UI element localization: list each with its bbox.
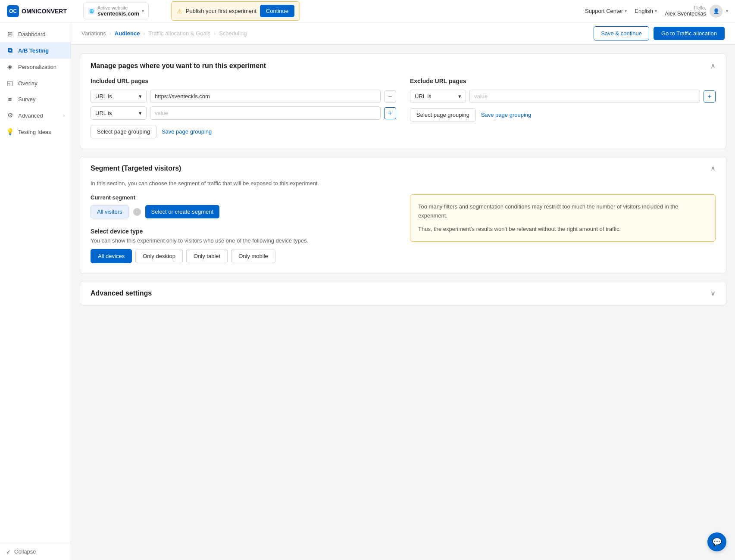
sidebar-item-overlay[interactable]: ◱ Overlay [0,75,71,91]
warning-line-2: Thus, the experiment's results won't be … [418,225,707,234]
sidebar-item-dashboard[interactable]: ⊞ Dashboard [0,26,71,42]
breadcrumb: Variations › Audience › Traffic allocati… [81,30,247,37]
chevron-right-icon: › [63,113,65,118]
manage-pages-header: Manage pages where you want to run this … [80,54,726,78]
included-url-select-1[interactable]: URL is ▾ [91,90,147,103]
sidebar-item-label: Survey [18,96,35,103]
site-icon: 🌐 [88,8,95,15]
overlay-icon: ◱ [6,79,14,87]
segment-left: Current segment All visitors i Select or… [91,194,396,263]
sidebar-item-ab-testing[interactable]: ⧉ A/B Testing [0,42,71,59]
sidebar-item-advanced[interactable]: ⚙ Advanced › [0,107,71,124]
avatar: 👤 [710,5,722,18]
collapse-manage-pages-icon[interactable]: ∧ [710,62,716,70]
breadcrumb-sep-3: › [214,31,216,37]
chevron-down-ex: ▾ [458,93,461,100]
segment-description: In this section, you can choose the segm… [91,180,716,187]
select-page-grouping-exclude-button[interactable]: Select page grouping [410,108,476,121]
warning-line-1: Too many filters and segmentation condit… [418,202,707,221]
user-menu[interactable]: Hello, Alex Sventeckas 👤 ▾ [665,5,728,18]
expand-advanced-icon[interactable]: ∨ [710,289,716,297]
site-label: Active website [97,5,139,10]
add-excluded-url-button[interactable]: + [704,90,716,103]
save-page-grouping-exclude-link[interactable]: Save page grouping [481,112,531,118]
included-url-input-2[interactable] [150,106,381,120]
sidebar-nav: ⊞ Dashboard ⧉ A/B Testing ◈ Personalizat… [0,22,71,543]
subheader-actions: Save & continue Go to Traffic allocation [594,26,725,40]
ab-testing-icon: ⧉ [6,47,14,54]
select-page-grouping-button[interactable]: Select page grouping [91,125,156,138]
publish-text: Publish your first experiment [186,8,256,14]
sidebar-item-personalization[interactable]: ◈ Personalization [0,59,71,75]
lang-label: English [635,8,653,14]
excluded-url-actions: Select page grouping Save page grouping [410,108,716,121]
sidebar: ⊞ Dashboard ⧉ A/B Testing ◈ Personalizat… [0,22,71,560]
remove-url-button-1[interactable]: − [384,90,396,103]
device-type-label: Select device type [91,228,396,235]
all-visitors-badge: All visitors [91,205,129,218]
excluded-url-row-1: URL is ▾ + [410,90,716,103]
add-url-button[interactable]: + [384,107,396,119]
support-link[interactable]: Support Center ▾ [585,8,627,14]
continue-button[interactable]: Continue [260,5,294,17]
device-buttons: All devices Only desktop Only tablet Onl… [91,249,396,263]
save-page-grouping-link[interactable]: Save page grouping [162,128,212,135]
device-desktop-button[interactable]: Only desktop [135,249,183,263]
included-url-input-1[interactable] [150,90,381,103]
select-segment-button[interactable]: Select or create segment [145,205,220,218]
url-is-label-2: URL is [95,110,112,116]
device-mobile-button[interactable]: Only mobile [231,249,275,263]
device-type-desc: You can show this experiment only to vis… [91,237,396,244]
sidebar-bottom: ↙ Collapse [0,543,71,560]
survey-icon: ≡ [6,96,14,103]
device-tablet-button[interactable]: Only tablet [186,249,228,263]
user-hello: Hello, [665,5,706,10]
sidebar-item-testing-ideas[interactable]: 💡 Testing Ideas [0,124,71,140]
support-chevron: ▾ [625,9,627,13]
device-all-button[interactable]: All devices [91,249,132,263]
segment-card: Segment (Targeted visitors) ∧ In this se… [80,156,726,274]
breadcrumb-traffic: Traffic allocation & Goals [148,30,210,37]
breadcrumb-variations[interactable]: Variations [81,30,106,37]
advanced-icon: ⚙ [6,112,14,119]
collapse-button[interactable]: ↙ Collapse [6,548,65,555]
warning-icon: ⚠ [177,8,182,15]
subheader: Variations › Audience › Traffic allocati… [71,22,735,45]
save-continue-button[interactable]: Save & continue [594,26,649,40]
excluded-title: Exclude URL pages [410,78,716,84]
breadcrumb-scheduling: Scheduling [219,30,247,37]
breadcrumb-sep-2: › [143,31,145,37]
topbar-right: Support Center ▾ English ▾ Hello, Alex S… [585,5,728,18]
traffic-allocation-button[interactable]: Go to Traffic allocation [654,27,725,40]
segment-row: All visitors i Select or create segment [91,205,396,218]
segment-main-grid: Current segment All visitors i Select or… [91,194,716,263]
chevron-down-icon: ▾ [139,93,142,100]
warning-box: Too many filters and segmentation condit… [410,194,716,242]
info-icon[interactable]: i [133,208,141,216]
collapse-arrow-icon: ↙ [6,548,11,555]
current-segment-label: Current segment [91,194,396,201]
sidebar-item-label: Advanced [18,112,43,119]
excluded-url-section: Exclude URL pages URL is ▾ + Select [410,78,716,138]
dashboard-icon: ⊞ [6,30,14,38]
segment-header: Segment (Targeted visitors) ∧ [80,156,726,180]
sidebar-item-label: A/B Testing [18,47,49,54]
excluded-url-input-1[interactable] [469,90,700,103]
breadcrumb-audience[interactable]: Audience [115,30,140,37]
language-selector[interactable]: English ▾ [635,8,657,14]
segment-body: In this section, you can choose the segm… [80,180,726,274]
advanced-settings-header[interactable]: Advanced settings ∨ [80,281,726,305]
support-label: Support Center [585,8,623,14]
included-url-select-2[interactable]: URL is ▾ [91,106,147,120]
excluded-url-select-1[interactable]: URL is ▾ [410,90,466,103]
site-selector[interactable]: 🌐 Active website sventeckis.com ▾ [83,3,149,19]
chat-button[interactable]: 💬 [707,532,726,551]
collapse-segment-icon[interactable]: ∧ [710,164,716,172]
sidebar-item-survey[interactable]: ≡ Survey [0,91,71,107]
main-content: Variations › Audience › Traffic allocati… [71,22,735,560]
sidebar-item-label: Overlay [18,80,38,87]
logo-icon: OC [7,5,19,17]
layout: ⊞ Dashboard ⧉ A/B Testing ◈ Personalizat… [0,22,735,560]
user-chevron: ▾ [726,9,728,13]
url-is-label-ex: URL is [415,93,432,100]
